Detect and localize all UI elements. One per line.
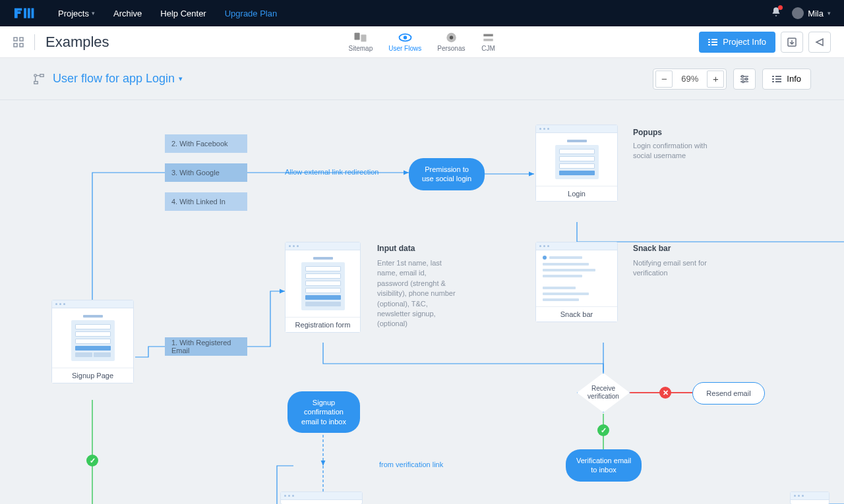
node-registration-form[interactable]: Registration form: [285, 242, 361, 333]
svg-rect-0: [24, 8, 26, 18]
svg-point-10: [404, 36, 407, 39]
nav-help[interactable]: Help Center: [160, 9, 206, 18]
nav-upgrade[interactable]: Upgrade Plan: [225, 9, 278, 18]
zoom-control: − 69% +: [653, 69, 727, 90]
step-google[interactable]: 3. With Google: [165, 163, 247, 182]
notification-badge: [778, 5, 783, 10]
badge-success-1: ✓: [86, 455, 98, 466]
dashboard-icon[interactable]: [13, 37, 24, 47]
user-name: Mila: [808, 9, 824, 18]
svg-rect-3: [14, 38, 17, 41]
tab-userflows-label: User Flows: [388, 45, 421, 52]
svg-rect-24: [34, 81, 38, 84]
notifications-icon[interactable]: [771, 7, 781, 20]
svg-point-27: [742, 80, 744, 82]
personas-icon: [444, 32, 458, 43]
node-registration-form-label: Registration form: [286, 317, 360, 332]
svg-rect-14: [483, 39, 493, 42]
svg-rect-31: [775, 78, 781, 80]
flow-title-label: User flow for app Login: [53, 72, 175, 86]
svg-rect-16: [711, 39, 717, 40]
svg-rect-1: [28, 8, 30, 18]
list-icon: [708, 38, 717, 47]
svg-rect-32: [772, 81, 774, 82]
svg-rect-4: [20, 38, 23, 41]
node-snackbar[interactable]: Snack bar: [535, 242, 618, 322]
step-facebook[interactable]: 2. With Facebook: [165, 134, 247, 153]
edge-allow-external: Allow external link redirection: [285, 168, 378, 176]
node-resend-email[interactable]: Resend email: [692, 382, 765, 405]
chevron-down-icon: ▾: [92, 10, 95, 16]
user-menu[interactable]: Mila ▾: [792, 7, 831, 19]
anno-input-text: Enter 1st name, last name, email id, pas…: [377, 258, 456, 329]
zoom-value: 69%: [675, 74, 705, 84]
nav-projects[interactable]: Projects ▾: [58, 9, 95, 18]
flow-icon: [33, 73, 45, 85]
chevron-down-icon: ▾: [828, 10, 831, 16]
flow-title[interactable]: User flow for app Login ▾: [53, 72, 183, 86]
nav-projects-label: Projects: [58, 9, 89, 18]
svg-rect-33: [775, 81, 781, 82]
svg-rect-13: [483, 34, 493, 37]
node-signup-confirmation[interactable]: Signup confirmation email to inbox: [287, 391, 360, 433]
node-login[interactable]: Login: [535, 125, 618, 202]
nav-archive[interactable]: Archive: [113, 9, 142, 18]
import-button[interactable]: [781, 32, 803, 53]
tab-sitemap-label: Sitemap: [349, 45, 373, 52]
import-icon: [787, 37, 797, 47]
userflows-icon: [398, 32, 412, 43]
sliders-icon: [739, 74, 750, 84]
top-nav: Projects ▾ Archive Help Center Upgrade P…: [0, 0, 844, 26]
svg-rect-20: [711, 44, 717, 45]
cjm-icon: [481, 32, 495, 43]
step-linkedin[interactable]: 4. With Linked In: [165, 192, 247, 211]
tab-personas-label: Personas: [437, 45, 465, 52]
zoom-out-button[interactable]: −: [655, 70, 673, 88]
step-registered-email[interactable]: 1. With Registered Email: [165, 337, 247, 356]
diamond-line1: Receive: [591, 385, 615, 392]
svg-rect-19: [708, 44, 710, 45]
svg-rect-5: [14, 43, 17, 47]
tab-personas[interactable]: Personas: [437, 32, 465, 52]
svg-point-25: [742, 75, 744, 77]
info-label: Info: [787, 74, 801, 84]
anno-snack-text: Notifying email sent for verification: [633, 258, 719, 279]
node-signup-page[interactable]: Signup Page: [51, 300, 134, 383]
anno-popups-text: Login confirmation with social username: [633, 141, 719, 161]
flow-canvas[interactable]: Signup Page 2. With Facebook 3. With Goo…: [0, 100, 844, 504]
node-receive-verification[interactable]: Receiveverification: [577, 373, 630, 412]
anno-input-title: Input data: [377, 244, 415, 253]
svg-rect-17: [708, 42, 710, 43]
svg-rect-29: [775, 76, 781, 77]
node-permission[interactable]: Premission to use social login: [409, 158, 485, 190]
svg-rect-23: [40, 74, 44, 76]
tab-sitemap[interactable]: Sitemap: [349, 32, 373, 52]
tab-userflows[interactable]: User Flows: [388, 32, 421, 52]
zoom-in-button[interactable]: +: [707, 70, 724, 88]
edge-from-verification: from verification link: [379, 461, 443, 468]
project-info-label: Project Info: [723, 37, 766, 47]
svg-rect-2: [32, 8, 34, 18]
avatar: [792, 7, 804, 19]
badge-fail: ✕: [659, 387, 671, 399]
info-button[interactable]: Info: [762, 69, 811, 90]
node-partial-bottom-right[interactable]: [790, 491, 829, 504]
svg-point-12: [450, 36, 453, 39]
node-partial-bottom[interactable]: [280, 491, 363, 504]
svg-point-22: [34, 74, 37, 76]
svg-point-26: [746, 78, 748, 80]
tab-cjm[interactable]: CJM: [481, 32, 495, 52]
svg-rect-30: [772, 78, 774, 80]
share-button[interactable]: [808, 32, 831, 53]
node-snackbar-label: Snack bar: [536, 306, 617, 322]
svg-rect-18: [711, 42, 717, 43]
settings-button[interactable]: [733, 69, 756, 90]
toolbar: Examples Sitemap User Flows Personas CJM…: [0, 26, 844, 58]
flow-toolbar: User flow for app Login ▾ − 69% + Info: [0, 58, 844, 100]
page-title: Examples: [45, 34, 109, 51]
logo[interactable]: [13, 7, 38, 20]
node-verification-email[interactable]: Verification email to inbox: [566, 449, 642, 482]
tab-cjm-label: CJM: [481, 45, 495, 52]
project-info-button[interactable]: Project Info: [699, 32, 775, 53]
diamond-line2: verification: [588, 393, 619, 400]
